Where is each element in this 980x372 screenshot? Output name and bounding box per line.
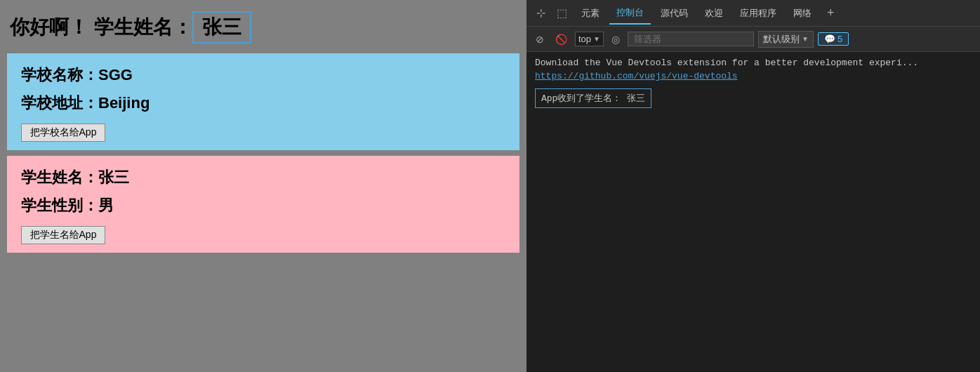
- block-icon[interactable]: 🚫: [552, 32, 571, 47]
- tab-network[interactable]: 网络: [786, 3, 819, 24]
- top-chevron: ▼: [593, 35, 600, 43]
- devtools-content: Download the Vue Devtools extension for …: [527, 52, 980, 372]
- app-header: 你好啊！ 学生姓名：张三: [7, 7, 519, 48]
- devtools-panel: ⊹ ⬚ 元素 控制台 源代码 欢迎 应用程序 网络 + ⊘ 🚫 top ▼ ◎ …: [527, 0, 980, 372]
- top-dropdown[interactable]: top ▼: [575, 32, 604, 46]
- eye-icon[interactable]: ◎: [608, 32, 623, 47]
- school-name-label: 学校名称：SGG: [21, 65, 505, 86]
- level-label: 默认级别: [763, 33, 800, 46]
- level-chevron: ▼: [802, 35, 809, 43]
- devtools-toolbar: ⊘ 🚫 top ▼ ◎ 默认级别 ▼ 💬 5: [527, 27, 980, 52]
- school-component: 学校名称：SGG 学校地址：Beijing 把学校名给App: [7, 53, 519, 150]
- school-address-label: 学校地址：Beijing: [21, 93, 505, 114]
- message-icon: 💬: [824, 34, 835, 44]
- student-button[interactable]: 把学生名给App: [21, 226, 105, 244]
- student-component: 学生姓名：张三 学生性别：男 把学生名给App: [7, 156, 519, 253]
- clear-icon[interactable]: ⊘: [532, 32, 548, 47]
- app-title: 你好啊！ 学生姓名：张三: [10, 11, 251, 44]
- inspect-icon[interactable]: ⊹: [532, 4, 550, 22]
- add-tab-button[interactable]: +: [821, 3, 840, 23]
- tab-sources[interactable]: 源代码: [654, 3, 695, 24]
- student-gender-label: 学生性别：男: [21, 195, 505, 216]
- student-name-label: 学生姓名：张三: [21, 167, 505, 188]
- tab-welcome[interactable]: 欢迎: [698, 3, 730, 24]
- tab-application[interactable]: 应用程序: [733, 3, 783, 24]
- level-dropdown[interactable]: 默认级别 ▼: [758, 31, 814, 48]
- school-button[interactable]: 把学校名给App: [21, 124, 105, 142]
- device-icon[interactable]: ⬚: [552, 4, 571, 22]
- tab-console[interactable]: 控制台: [609, 2, 651, 25]
- devtools-hint: Download the Vue Devtools extension for …: [535, 58, 972, 68]
- left-panel: 你好啊！ 学生姓名：张三 学校名称：SGG 学校地址：Beijing 把学校名给…: [0, 0, 527, 372]
- message-count-value: 5: [837, 34, 842, 44]
- top-label: top: [578, 34, 591, 44]
- tab-elements[interactable]: 元素: [574, 3, 607, 24]
- devtools-nav: ⊹ ⬚ 元素 控制台 源代码 欢迎 应用程序 网络 +: [527, 0, 980, 27]
- message-count-badge: 💬 5: [818, 32, 849, 46]
- filter-input[interactable]: [628, 32, 754, 46]
- console-output: App收到了学生名： 张三: [535, 88, 651, 108]
- devtools-link[interactable]: https://github.com/vuejs/vue-devtools: [535, 71, 972, 81]
